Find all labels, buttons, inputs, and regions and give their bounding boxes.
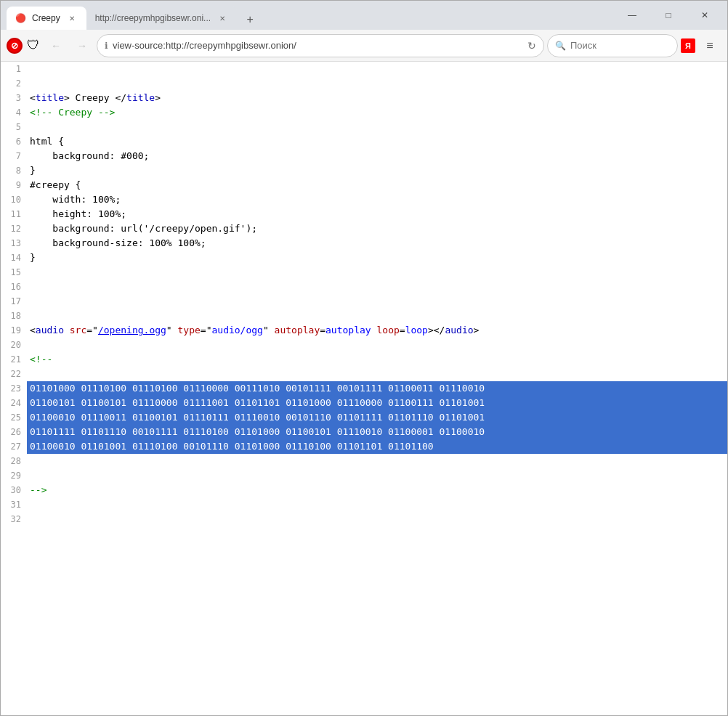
toolbar: ⊘ 🛡 ← → ℹ ↻ 🔍 Я ≡ bbox=[1, 30, 727, 62]
table-row: 19<audio src="/opening.ogg" type="audio/… bbox=[1, 323, 727, 338]
forward-button[interactable]: → bbox=[70, 34, 94, 57]
line-content: } bbox=[27, 163, 727, 178]
table-row: 10 width: 100%; bbox=[1, 192, 727, 207]
tab-close-second[interactable]: ✕ bbox=[217, 12, 228, 24]
line-number: 11 bbox=[1, 207, 27, 221]
refresh-button[interactable]: ↻ bbox=[527, 40, 536, 52]
table-row: 3<title> Creepy </title> bbox=[1, 91, 727, 105]
table-row: 2301101000 01110100 01110100 01110000 00… bbox=[1, 381, 727, 396]
line-content: width: 100%; bbox=[27, 192, 727, 207]
line-number: 7 bbox=[1, 149, 27, 163]
line-number: 25 bbox=[1, 410, 27, 425]
line-content bbox=[27, 280, 727, 294]
line-content: <audio src="/opening.ogg" type="audio/og… bbox=[27, 323, 727, 338]
line-content bbox=[27, 265, 727, 280]
close-button[interactable]: ✕ bbox=[688, 4, 721, 27]
table-row: 18 bbox=[1, 309, 727, 323]
table-row: 31 bbox=[1, 497, 727, 512]
table-row: 8} bbox=[1, 163, 727, 178]
line-content: --> bbox=[27, 483, 727, 497]
line-number: 3 bbox=[1, 91, 27, 105]
no-sign-icon: ⊘ bbox=[7, 38, 23, 54]
table-row: 13 background-size: 100% 100%; bbox=[1, 236, 727, 251]
line-number: 14 bbox=[1, 251, 27, 265]
tab-url[interactable]: http://creepymhpgibsewr.oni... ✕ bbox=[86, 7, 237, 30]
line-number: 10 bbox=[1, 192, 27, 207]
tab-icon: 🔴 bbox=[15, 13, 26, 23]
line-number: 22 bbox=[1, 367, 27, 381]
minimize-button[interactable]: — bbox=[615, 4, 649, 27]
line-number: 16 bbox=[1, 280, 27, 294]
audio-src-link[interactable]: /opening.ogg bbox=[98, 325, 166, 335]
line-number: 27 bbox=[1, 439, 27, 454]
table-row: 2401100101 01100101 01110000 01111001 01… bbox=[1, 396, 727, 410]
line-number: 29 bbox=[1, 468, 27, 483]
line-content: html { bbox=[27, 134, 727, 149]
search-icon: 🔍 bbox=[555, 41, 566, 51]
table-row: 20 bbox=[1, 338, 727, 352]
table-row: 16 bbox=[1, 280, 727, 294]
line-content: 01101000 01110100 01110100 01110000 0011… bbox=[27, 381, 727, 396]
line-number: 20 bbox=[1, 338, 27, 352]
info-icon: ℹ bbox=[105, 41, 108, 51]
line-content bbox=[27, 76, 727, 91]
tab-creepy[interactable]: 🔴 Creepy ✕ bbox=[7, 7, 86, 30]
line-number: 9 bbox=[1, 178, 27, 192]
table-row: 7 background: #000; bbox=[1, 149, 727, 163]
line-content bbox=[27, 468, 727, 483]
table-row: 2701100010 01101001 01110100 00101110 01… bbox=[1, 439, 727, 454]
line-content bbox=[27, 294, 727, 309]
table-row: 22 bbox=[1, 367, 727, 381]
source-view: 123<title> Creepy </title>4<!-- Creepy -… bbox=[1, 62, 727, 715]
table-row: 14} bbox=[1, 251, 727, 265]
line-content: #creepy { bbox=[27, 178, 727, 192]
table-row: 12 background: url('/creepy/open.gif'); bbox=[1, 221, 727, 236]
table-row: 11 height: 100%; bbox=[1, 207, 727, 221]
line-content: background: #000; bbox=[27, 149, 727, 163]
line-number: 13 bbox=[1, 236, 27, 251]
title-bar: 🔴 Creepy ✕ http://creepymhpgibsewr.oni..… bbox=[1, 1, 727, 30]
line-number: 28 bbox=[1, 454, 27, 468]
line-number: 24 bbox=[1, 396, 27, 410]
line-number: 30 bbox=[1, 483, 27, 497]
line-content: background-size: 100% 100%; bbox=[27, 236, 727, 251]
line-content: } bbox=[27, 251, 727, 265]
line-number: 2 bbox=[1, 76, 27, 91]
line-number: 17 bbox=[1, 294, 27, 309]
table-row: 29 bbox=[1, 468, 727, 483]
line-content bbox=[27, 497, 727, 512]
table-row: 15 bbox=[1, 265, 727, 280]
line-number: 12 bbox=[1, 221, 27, 236]
table-row: 9#creepy { bbox=[1, 178, 727, 192]
line-content: 01101111 01101110 00101111 01110100 0110… bbox=[27, 425, 727, 439]
yandex-icon: Я bbox=[681, 38, 695, 53]
table-row: 4<!-- Creepy --> bbox=[1, 105, 727, 120]
back-button[interactable]: ← bbox=[44, 34, 68, 57]
line-content: <title> Creepy </title> bbox=[27, 91, 727, 105]
table-row: 1 bbox=[1, 62, 727, 76]
address-input[interactable] bbox=[113, 40, 523, 51]
line-number: 19 bbox=[1, 323, 27, 338]
table-row: 2601101111 01101110 00101111 01110100 01… bbox=[1, 425, 727, 439]
menu-button[interactable]: ≡ bbox=[698, 34, 721, 57]
table-row: 2 bbox=[1, 76, 727, 91]
table-row: 32 bbox=[1, 512, 727, 526]
line-number: 21 bbox=[1, 352, 27, 367]
line-number: 5 bbox=[1, 120, 27, 134]
tab-group: 🔴 Creepy ✕ http://creepymhpgibsewr.oni..… bbox=[7, 1, 260, 30]
window-controls: — □ ✕ bbox=[615, 4, 721, 27]
line-content bbox=[27, 512, 727, 526]
line-number: 32 bbox=[1, 512, 27, 526]
table-row: 17 bbox=[1, 294, 727, 309]
search-input[interactable] bbox=[570, 40, 643, 51]
line-content bbox=[27, 120, 727, 134]
maximize-button[interactable]: □ bbox=[652, 4, 685, 27]
new-tab-button[interactable]: + bbox=[240, 9, 260, 30]
shield-icon: 🛡 bbox=[25, 38, 41, 54]
line-number: 15 bbox=[1, 265, 27, 280]
search-bar-container: 🔍 bbox=[547, 34, 678, 57]
line-number: 26 bbox=[1, 425, 27, 439]
line-content: <!-- Creepy --> bbox=[27, 105, 727, 120]
line-content: 01100010 01101001 01110100 00101110 0110… bbox=[27, 439, 727, 454]
tab-close-active[interactable]: ✕ bbox=[66, 12, 78, 24]
